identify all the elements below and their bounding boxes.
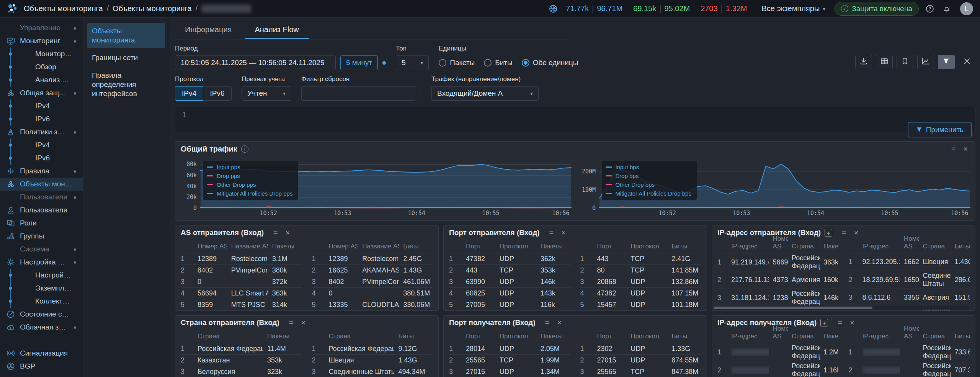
sidebar-item[interactable]: Мониторинг ∧ (0, 34, 83, 47)
help-icon[interactable] (924, 3, 936, 15)
table-row[interactable]: 5 27005UDP116k (449, 299, 570, 311)
table-row[interactable]: 1 28014UDP2.05M (449, 343, 570, 355)
legend-item[interactable]: Drop bps (606, 173, 691, 179)
table-row[interactable]: 3 25565TCP847.38M (580, 366, 702, 377)
panel-menu-icon[interactable]: = (543, 319, 552, 326)
sidebar-item[interactable] (0, 334, 83, 347)
expand-icon[interactable]: + (820, 319, 828, 326)
panel-menu-icon[interactable]: = (840, 229, 848, 237)
info-icon[interactable]: i (241, 145, 248, 153)
table-row[interactable]: 5 13335CLOUDFLARENET330.06M (312, 299, 433, 311)
table-row[interactable]: 2 Российская Федерация707.35M (849, 361, 970, 377)
table-row[interactable]: 3 8.6.112.63356Австрия151.51M (849, 289, 970, 307)
table-row[interactable]: 5 15457UDP101.18M (580, 299, 702, 311)
sidebar-item[interactable]: Общая защита ∧ (0, 86, 83, 100)
protocol-option[interactable]: IPv6 (203, 86, 232, 101)
sidebar-item[interactable]: Политики защиты ∧ (0, 126, 83, 139)
apply-button[interactable]: Применить (908, 122, 972, 137)
sidebar-item[interactable]: Пользователи (0, 204, 83, 217)
tab[interactable]: Информация (175, 22, 242, 39)
expand-icon[interactable]: + (825, 229, 832, 237)
breadcrumb-item[interactable]: Объекты мониторинга (24, 4, 103, 13)
legend-item[interactable]: Input bps (606, 164, 691, 170)
table-row[interactable]: 1 47382UDP362k (449, 253, 570, 265)
sidebar-item[interactable]: Роли (0, 217, 83, 230)
table-row[interactable]: 2 Швеция1.43G (312, 355, 433, 366)
table-row[interactable]: 4 60825UDP143k (449, 288, 570, 299)
table-row[interactable]: 1 12389Rostelecom2.45G (312, 253, 433, 265)
legend-item[interactable]: Other Drop bps (606, 181, 691, 188)
secondary-sidebar-item[interactable]: Объекты мониторинга (87, 23, 165, 48)
table-row[interactable]: 3 63990UDP146k (449, 276, 570, 288)
table-row[interactable]: 3 20868UDP132.86M (580, 276, 702, 288)
table-row[interactable]: 4 47382UDP107.15M (580, 288, 702, 299)
panel-close-icon[interactable]: × (848, 319, 856, 326)
sidebar-item[interactable]: Настройка системы ∧ (0, 256, 83, 269)
table-row[interactable]: 2 16625AKAMAI-AS1.43G (312, 265, 433, 276)
table-row[interactable]: 2 443TCP353k (449, 265, 570, 276)
horizontal-scrollbar[interactable] (714, 306, 970, 310)
toolbar-button[interactable] (959, 55, 975, 69)
quick-range-button[interactable]: 5 минут (340, 55, 378, 70)
table-row[interactable]: 1 443TCP2.41G (580, 253, 702, 265)
table-row[interactable]: 2 27015UDP874.55M (580, 355, 702, 366)
drop-filter-input[interactable] (301, 86, 416, 101)
table-row[interactable]: 3 0372k (181, 276, 302, 288)
units-radio[interactable]: Обе единицы (522, 59, 578, 67)
period-input[interactable]: 10:51:05 24.11.2025 — 10:56:05 24.11.202… (175, 55, 336, 70)
toolbar-button[interactable] (917, 55, 934, 69)
notifications-bell-icon[interactable] (941, 3, 952, 15)
sidebar-item[interactable]: Облачная защита ∨ (0, 321, 83, 334)
sidebar-item[interactable]: Мониторинг (0, 47, 83, 60)
table-row[interactable]: 2 Казахстан353k (181, 355, 302, 366)
table-row[interactable]: 3 Соединенные Штаты494.34M (312, 366, 433, 377)
top-select[interactable]: 5 ▾ (396, 55, 429, 70)
secondary-sidebar-item[interactable]: Правила определения интерфейсов (87, 67, 165, 102)
sidebar-item[interactable]: IPv4 (0, 100, 83, 113)
table-row[interactable]: 2 Российская Федерация1.16M (717, 361, 839, 377)
panel-close-icon[interactable]: × (555, 319, 564, 326)
panel-close-icon[interactable]: × (852, 229, 861, 237)
table-row[interactable]: 1 91.219.149.456694Российская Федерация3… (717, 253, 839, 271)
protocol-option[interactable]: IPv4 (175, 86, 203, 101)
sidebar-item[interactable]: Система ∨ (0, 243, 83, 256)
traffic-direction-select[interactable]: Входящий/Домен A ▾ (431, 86, 539, 101)
sidebar-item[interactable]: Коллекторы трафика (0, 295, 83, 308)
sidebar-item[interactable]: Обзор (0, 60, 83, 73)
sidebar-item[interactable]: Сигнализация (0, 347, 83, 360)
table-row[interactable]: 3 31.181.124.16912389Российская Федераци… (717, 289, 839, 307)
panel-menu-icon[interactable]: = (836, 319, 844, 326)
panel-close-icon[interactable]: × (284, 229, 292, 237)
bits-chart[interactable]: 0100M200M10:5210:5310:5410:5510:56Input … (577, 156, 973, 217)
sidebar-item[interactable]: Пользователи ∨ (0, 191, 83, 204)
table-row[interactable]: 2 8402PVimpelCom380k (181, 265, 302, 276)
sidebar-item[interactable]: IPv4 (0, 139, 83, 152)
units-radio[interactable]: Пакеты (439, 59, 475, 67)
panel-menu-icon[interactable]: = (287, 319, 296, 326)
packets-chart[interactable]: 020k40k60k80k10:5210:5310:5410:5510:56In… (178, 156, 574, 217)
table-row[interactable]: 1 Российская Федерация11.4M (181, 343, 302, 355)
table-row[interactable]: 1 12389Rostelecom3.1M (181, 253, 302, 265)
legend-item[interactable]: Mitigator All Policies Drop pps (207, 190, 292, 197)
panel-menu-icon[interactable]: = (547, 229, 556, 237)
table-row[interactable]: 1 Российская Федерация733.68M (849, 343, 970, 361)
table-row[interactable]: 4 0380.51M (312, 288, 433, 299)
table-row[interactable]: 3 8402PVimpelCom461.06M (312, 276, 433, 288)
sidebar-item[interactable]: BGP (0, 360, 83, 373)
sidebar-item[interactable]: IPv6 (0, 113, 83, 126)
toolbar-button[interactable] (938, 55, 955, 69)
query-editor[interactable]: 1 (175, 107, 975, 132)
sidebar-item[interactable]: Группы (0, 230, 83, 243)
legend-item[interactable]: Other Drop pps (207, 181, 292, 188)
panel-close-icon[interactable]: × (961, 145, 970, 153)
legend-item[interactable]: Drop pps (207, 173, 292, 179)
panel-menu-icon[interactable]: = (271, 229, 280, 237)
user-avatar[interactable]: L (960, 2, 973, 15)
instances-select[interactable]: Все экземпляры ▾ (761, 4, 825, 13)
sidebar-item[interactable]: IPv6 (0, 152, 83, 165)
sidebar-item[interactable]: Объекты мониторинга (0, 178, 83, 191)
accounting-select[interactable]: Учтен ▾ (242, 86, 291, 101)
table-row[interactable]: 2 25565TCP1.99M (449, 355, 570, 366)
sidebar-item[interactable]: Управление ∨ (0, 21, 83, 34)
secondary-sidebar-item[interactable]: Границы сети (87, 50, 165, 66)
